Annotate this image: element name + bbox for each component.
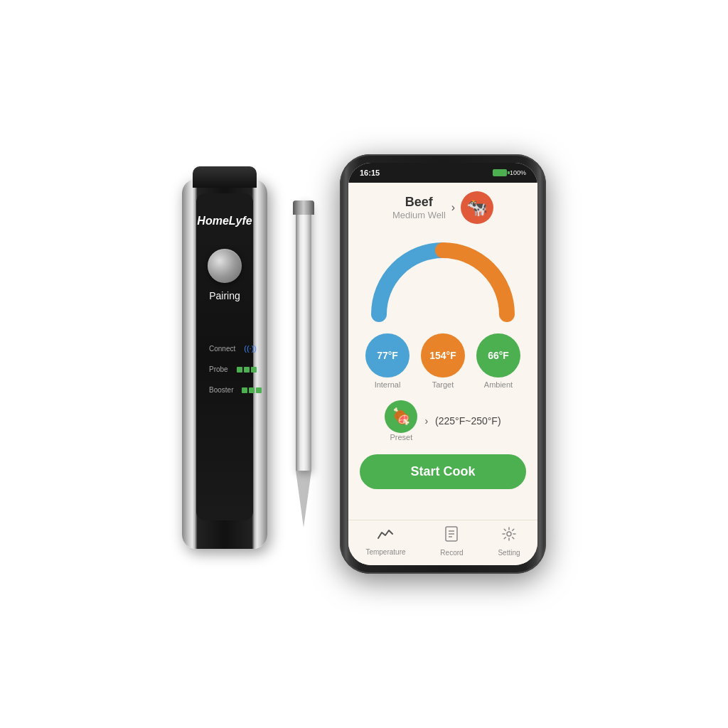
battery-seg-3	[251, 367, 257, 373]
nav-setting[interactable]: Setting	[498, 526, 520, 557]
nav-temperature[interactable]: Temperature	[365, 527, 405, 556]
status-time: 16:15	[360, 168, 380, 177]
gauge-svg	[365, 232, 521, 325]
battery-seg-2	[244, 367, 250, 373]
temp-ambient: 66°F Ambient	[476, 333, 520, 389]
status-right: 100%	[493, 169, 526, 176]
scene: HomeLyfe Pairing Connect ((·)) Probe	[23, 23, 705, 705]
meat-selector[interactable]: Beef Medium Well › 🐄	[360, 191, 526, 224]
indicator-booster-label: Booster	[209, 386, 233, 394]
booster-battery	[242, 387, 262, 393]
settings-nav-icon	[501, 526, 517, 546]
device-body: HomeLyfe Pairing Connect ((·)) Probe	[182, 179, 267, 549]
temp-internal: 77°F Internal	[365, 333, 410, 389]
preset-label: Preset	[390, 433, 412, 441]
battery-seg-1	[237, 367, 242, 373]
preset-row[interactable]: 🍖 Preset › (225°F~250°F)	[360, 400, 526, 441]
preset-icon: 🍖	[385, 400, 417, 433]
device-pairing-label: Pairing	[209, 290, 240, 301]
temp-target-label: Target	[432, 380, 454, 389]
bottom-nav: Temperature Record	[348, 520, 537, 565]
probe-body	[296, 200, 311, 471]
meat-icon[interactable]: 🐄	[461, 191, 493, 224]
phone-screen: 16:15 100% Beef Medium Well › 🐄	[348, 163, 537, 565]
temp-target-value: 154°F	[429, 350, 456, 361]
phone-outer: 16:15 100% Beef Medium Well › 🐄	[340, 154, 546, 574]
probe-assembly	[296, 179, 311, 549]
device-brand: HomeLyfe	[197, 215, 252, 228]
indicator-probe: Probe	[209, 365, 240, 373]
meat-name: Beef	[392, 195, 446, 210]
notch-cutout	[407, 163, 478, 180]
indicator-connect: Connect ((·))	[209, 344, 240, 353]
preset-col: 🍖 Preset	[385, 400, 417, 441]
nav-record[interactable]: Record	[440, 526, 463, 557]
booster-seg-3	[256, 387, 262, 393]
temperature-nav-icon	[377, 527, 394, 545]
indicator-booster: Booster	[209, 386, 240, 394]
status-bar: 16:15 100%	[348, 163, 537, 183]
start-cook-button[interactable]: Start Cook	[360, 454, 526, 489]
device-inner: HomeLyfe Pairing Connect ((·)) Probe	[196, 193, 253, 520]
probe-handle-cap	[293, 200, 314, 215]
record-nav-icon	[444, 526, 459, 546]
booster-seg-1	[242, 387, 247, 393]
probe-battery	[237, 367, 257, 373]
temp-ambient-bubble: 66°F	[476, 333, 520, 378]
device-button[interactable]	[208, 249, 242, 283]
meat-style: Medium Well	[392, 210, 446, 220]
meat-arrow-icon: ›	[451, 201, 455, 214]
temp-internal-value: 77°F	[377, 350, 398, 361]
booster-seg-2	[249, 387, 255, 393]
preset-arrow-icon: ›	[424, 415, 428, 427]
nav-setting-label: Setting	[498, 549, 520, 557]
temp-ambient-value: 66°F	[488, 350, 509, 361]
app-content: Beef Medium Well › 🐄	[348, 183, 537, 520]
battery-percent: 100%	[510, 169, 526, 176]
nav-record-label: Record	[440, 549, 463, 557]
meat-info: Beef Medium Well	[392, 195, 446, 220]
device-top-cap	[193, 166, 257, 188]
indicator-probe-label: Probe	[209, 365, 228, 373]
svg-point-4	[507, 532, 511, 536]
temp-target-bubble: 154°F	[421, 333, 465, 378]
gauge-container	[365, 232, 521, 325]
probe-tip	[296, 471, 311, 528]
battery-icon	[493, 169, 507, 176]
wifi-icon: ((·))	[244, 344, 257, 353]
temp-circles: 77°F Internal 154°F Target 66°F	[360, 333, 526, 389]
preset-range: (225°F~250°F)	[435, 415, 501, 427]
device-indicators: Connect ((·)) Probe Boo	[203, 344, 246, 394]
device-assembly: HomeLyfe Pairing Connect ((·)) Probe	[182, 179, 267, 549]
temp-target: 154°F Target	[421, 333, 465, 389]
temp-internal-bubble: 77°F	[365, 333, 410, 378]
nav-temperature-label: Temperature	[365, 548, 405, 556]
temp-internal-label: Internal	[375, 380, 401, 389]
probe-tip-wrapper	[296, 200, 311, 528]
temp-ambient-label: Ambient	[484, 380, 513, 389]
indicator-connect-label: Connect	[209, 345, 235, 353]
meat-emoji: 🐄	[466, 198, 488, 218]
